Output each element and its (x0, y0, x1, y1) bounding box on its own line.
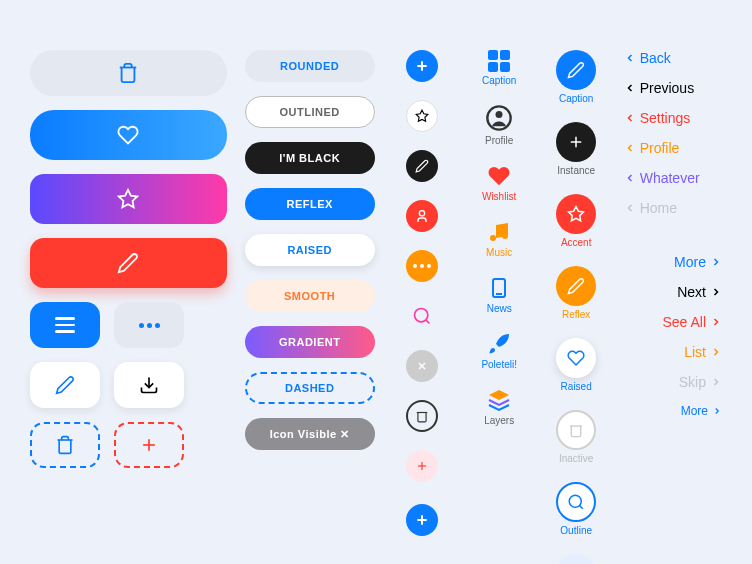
edit-button-white[interactable] (30, 362, 100, 408)
rocket-icon (487, 332, 511, 356)
dots-button[interactable] (114, 302, 184, 348)
inactive-circle-item[interactable]: Inactive (556, 410, 596, 464)
chevron-left-icon (624, 80, 636, 96)
more-link-small[interactable]: More (624, 404, 722, 418)
outlined-pill[interactable]: OUTLINED (245, 96, 375, 128)
see-all-link[interactable]: See All (624, 314, 722, 330)
edit-icon (55, 375, 75, 395)
star-circle-red[interactable] (556, 194, 596, 234)
plus-circle-pink[interactable] (406, 450, 438, 482)
plus-circle-blue[interactable] (406, 50, 438, 82)
list-link[interactable]: List (624, 344, 722, 360)
wishlist-item[interactable]: Wishlist (482, 164, 516, 202)
outline-circle-item[interactable]: Outline (556, 482, 596, 536)
plus-icon (415, 459, 429, 473)
edit-icon (117, 252, 139, 274)
large-buttons-column (30, 50, 227, 564)
poleteli-item[interactable]: Poleteli! (481, 332, 517, 370)
caption-label: Music (486, 247, 512, 258)
edit-button-red[interactable] (30, 238, 227, 288)
trash-button-dashed[interactable] (30, 422, 100, 468)
download-icon (139, 375, 159, 395)
svg-marker-24 (569, 207, 584, 221)
whatever-link[interactable]: Whatever (624, 170, 722, 186)
grid-icon (488, 50, 510, 72)
chevron-right-icon (710, 314, 722, 330)
user-circle-red[interactable] (406, 200, 438, 232)
icon-visible-pill[interactable]: Icon Visible ✕ (245, 418, 375, 450)
caption-label: Poleteli! (481, 359, 517, 370)
more-link[interactable]: More (624, 254, 722, 270)
edit-icon (567, 61, 585, 79)
links-column: Back Previous Settings Profile Whatever … (624, 50, 722, 564)
search-icon (412, 306, 432, 326)
instance-circle-item[interactable]: Instance (556, 122, 596, 176)
dashed-pill[interactable]: DASHED (245, 372, 375, 404)
back-link[interactable]: Back (624, 50, 722, 66)
rounded-pill[interactable]: ROUNDED (245, 50, 375, 82)
chevron-right-icon (710, 254, 722, 270)
search-circle[interactable] (406, 300, 438, 332)
skip-link[interactable]: Skip (624, 374, 722, 390)
star-button-gradient[interactable] (30, 174, 227, 224)
raised-circle-item[interactable]: Raised (556, 338, 596, 392)
menu-button[interactable] (30, 302, 100, 348)
caption-circle-item[interactable]: Caption (556, 50, 596, 104)
plus-circle-bottom[interactable] (406, 504, 438, 536)
layers-item[interactable]: Layers (484, 388, 514, 426)
small-circles-column (393, 50, 452, 564)
caption-label: Outline (560, 525, 592, 536)
chevron-right-icon (710, 284, 722, 300)
tablet-icon (487, 276, 511, 300)
plus-circle-black[interactable] (556, 122, 596, 162)
music-icon (487, 220, 511, 244)
edit-circle-orange[interactable] (556, 266, 596, 306)
caption-label: Caption (559, 93, 593, 104)
reflex-circle-item[interactable]: Reflex (556, 266, 596, 320)
svg-marker-21 (489, 390, 509, 400)
trash-icon (568, 422, 584, 438)
raised-pill[interactable]: RAISED (245, 234, 375, 266)
music-item[interactable]: Music (486, 220, 512, 258)
caption-item[interactable]: Caption (482, 50, 516, 86)
menu-circle[interactable] (556, 554, 596, 564)
accent-circle-item[interactable]: Accent (556, 194, 596, 248)
dots-icon (139, 323, 160, 328)
smooth-pill[interactable]: SMOOTH (245, 280, 375, 312)
profile-icon (485, 104, 513, 132)
svg-point-25 (569, 495, 581, 507)
close-circle[interactable] (406, 350, 438, 382)
next-link[interactable]: Next (624, 284, 722, 300)
svg-point-18 (502, 233, 508, 239)
chevron-right-icon (710, 374, 722, 390)
trash-circle-outline[interactable] (406, 400, 438, 432)
edit-circle-black[interactable] (406, 150, 438, 182)
profile-item[interactable]: Profile (485, 104, 513, 146)
previous-link[interactable]: Previous (624, 80, 722, 96)
reflex-pill[interactable]: REFLEX (245, 188, 375, 220)
gradient-pill[interactable]: GRADIENT (245, 326, 375, 358)
plus-icon (414, 58, 430, 74)
heart-circle-raised[interactable] (556, 338, 596, 378)
star-icon (117, 188, 139, 210)
chevron-left-icon (624, 170, 636, 186)
black-pill[interactable]: I'M BLACK (245, 142, 375, 174)
caption-label: Inactive (559, 453, 593, 464)
download-button[interactable] (114, 362, 184, 408)
plus-button-dashed[interactable] (114, 422, 184, 468)
search-circle-outline[interactable] (556, 482, 596, 522)
trash-circle-inactive[interactable] (556, 410, 596, 450)
home-link[interactable]: Home (624, 200, 722, 216)
caption-label: Caption (482, 75, 516, 86)
svg-point-6 (420, 211, 425, 216)
news-item[interactable]: News (487, 276, 512, 314)
trash-button[interactable] (30, 50, 227, 96)
settings-link[interactable]: Settings (624, 110, 722, 126)
caption-label: Instance (557, 165, 595, 176)
profile-link[interactable]: Profile (624, 140, 722, 156)
edit-circle-large[interactable] (556, 50, 596, 90)
svg-marker-0 (119, 190, 137, 207)
heart-button-gradient[interactable] (30, 110, 227, 160)
dots-circle-orange[interactable] (406, 250, 438, 282)
star-circle[interactable] (406, 100, 438, 132)
